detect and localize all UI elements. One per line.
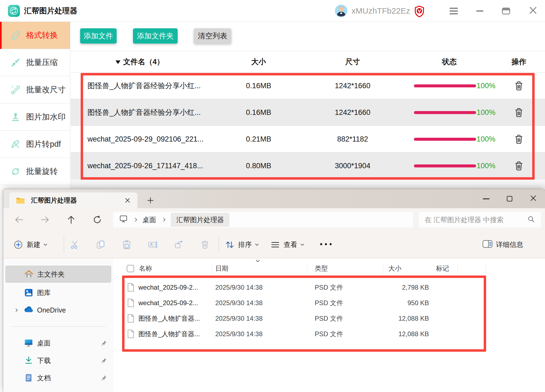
chevron-right-icon[interactable]: [14, 308, 18, 312]
column-name[interactable]: 名称: [139, 262, 152, 275]
sidebar-item-batch-compress[interactable]: 批量压缩: [0, 49, 70, 76]
breadcrumb-current-folder[interactable]: 汇帮图片处理器: [171, 213, 229, 227]
sidebar-item-desktop[interactable]: 桌面: [5, 335, 111, 351]
table-row[interactable]: wechat_2025-09-29_092106_221... 0.21MB 8…: [71, 126, 545, 152]
file-name: 图怪兽_人物扩音器...: [138, 326, 200, 342]
new-tab-icon[interactable]: [146, 196, 155, 204]
address-bar[interactable]: 桌面 汇帮图片处理器: [113, 212, 413, 228]
file-size: 0.16MB: [246, 99, 271, 126]
progress-bar: [414, 111, 476, 114]
back-icon[interactable]: [14, 215, 24, 225]
sidebar-item-gallery[interactable]: 图库: [5, 285, 111, 301]
file-row[interactable]: 图怪兽_人物扩音器... 2025/9/30 14:38 PSD 文件 12,0…: [113, 311, 489, 326]
delete-button[interactable]: [200, 231, 210, 258]
forward-icon[interactable]: [40, 215, 50, 225]
column-type[interactable]: 类型: [315, 262, 328, 275]
tab-close-icon[interactable]: [124, 197, 131, 204]
avatar[interactable]: [335, 4, 348, 17]
file-icon: [127, 314, 134, 323]
table-row[interactable]: 图怪兽_人物扩音器经验分享小红... 0.16MB 1242*1660 100%: [71, 99, 545, 126]
cut-button[interactable]: [69, 231, 80, 258]
add-file-button[interactable]: 添加文件: [80, 28, 117, 44]
breadcrumb-desktop[interactable]: 桌面: [143, 215, 156, 224]
file-type: PSD 文件: [315, 326, 343, 342]
sort-button[interactable]: 排序: [225, 231, 258, 258]
file-date: 2025/9/30 14:38: [215, 326, 263, 342]
sidebar-item-downloads[interactable]: 下载: [5, 353, 111, 368]
column-status[interactable]: 状态: [442, 51, 457, 72]
refresh-icon[interactable]: [92, 215, 102, 225]
explorer-maximize-button[interactable]: [507, 196, 512, 201]
downloads-icon: [24, 356, 33, 365]
sidebar-item-image-to-pdf[interactable]: 图片转pdf: [0, 131, 70, 158]
app-maximize-button[interactable]: [502, 8, 510, 14]
pin-icon: [100, 340, 107, 346]
explorer-sidebar: 主文件夹 图库 OneDrive: [3, 258, 113, 392]
file-row[interactable]: 图怪兽_人物扩音器... 2025/9/30 14:38 PSD 文件 12,0…: [113, 326, 489, 342]
sidebar-item-batch-resize[interactable]: 批量改尺寸: [0, 76, 70, 103]
progress-percent: 100%: [477, 72, 495, 99]
file-row[interactable]: wechat_2025-09-2... 2025/9/30 14:38 PSD …: [113, 295, 489, 311]
paste-button[interactable]: [122, 231, 132, 258]
sidebar-item-batch-rotate[interactable]: 批量旋转: [0, 158, 70, 185]
chevron-down-icon: [255, 242, 259, 246]
app-close-button[interactable]: [529, 6, 537, 16]
tab-title: 汇帮图片处理器: [31, 196, 77, 205]
file-size: 12,088 KB: [374, 326, 429, 342]
column-dimensions[interactable]: 尺寸: [345, 51, 360, 72]
trash-button[interactable]: [515, 108, 523, 117]
user-account[interactable]: xMUzhTFb22Ez: [335, 0, 425, 22]
vip-badge-icon[interactable]: [414, 5, 425, 17]
column-tags[interactable]: 标记: [436, 262, 449, 275]
batch-rotate-icon: [10, 166, 21, 177]
file-icon: [127, 330, 134, 338]
sidebar-item-documents[interactable]: 文档: [5, 370, 111, 386]
sidebar-item-home[interactable]: 主文件夹: [5, 266, 111, 283]
batch-compress-icon: [10, 57, 21, 68]
table-row[interactable]: 图怪兽_人物扩音器经验分享小红... 0.16MB 1242*1660 100%: [71, 72, 545, 99]
menu-icon[interactable]: [450, 8, 458, 14]
rename-button[interactable]: [148, 231, 158, 258]
sidebar-item-format-convert[interactable]: 格式转换: [0, 22, 70, 49]
file-type: PSD 文件: [315, 280, 343, 295]
column-date[interactable]: 日期: [215, 262, 228, 275]
explorer-minimize-button[interactable]: [483, 198, 489, 199]
file-size: 2,798 KB: [374, 280, 429, 295]
gallery-icon: [24, 288, 33, 297]
app-minimize-button[interactable]: [476, 10, 483, 12]
more-options-button[interactable]: [319, 231, 333, 258]
monitor-icon[interactable]: [119, 215, 128, 225]
search-icon[interactable]: [527, 215, 535, 224]
explorer-close-button[interactable]: [530, 195, 537, 203]
file-date: 2025/9/30 14:38: [215, 280, 263, 295]
select-all-checkbox[interactable]: [127, 265, 134, 272]
new-button[interactable]: 新建: [13, 231, 46, 258]
view-button[interactable]: 查看: [270, 231, 303, 258]
column-filename[interactable]: 文件名（4）: [116, 51, 164, 72]
file-row[interactable]: wechat_2025-09-2... 2025/9/30 14:38 PSD …: [113, 280, 489, 295]
pin-icon: [100, 375, 107, 381]
clear-list-button[interactable]: 清空列表: [194, 28, 231, 44]
details-pane-button[interactable]: 详细信息: [482, 231, 523, 258]
search-input[interactable]: 在 汇帮图片处理器 中搜索: [419, 212, 541, 228]
column-size[interactable]: 大小: [251, 51, 266, 72]
table-row[interactable]: wechat_2025-09-26_171147_418... 0.80MB 3…: [71, 152, 545, 179]
sidebar-item-watermark[interactable]: 图片加水印: [0, 103, 70, 131]
explorer-window-controls: [483, 189, 537, 208]
explorer-tabbar: 汇帮图片处理器: [3, 189, 545, 208]
breadcrumb-chevron-icon: [162, 218, 165, 222]
file-name: 图怪兽_人物扩音器经验分享小红...: [87, 72, 201, 99]
explorer-tab[interactable]: 汇帮图片处理器: [9, 192, 137, 208]
documents-icon: [24, 373, 33, 382]
add-folder-button[interactable]: 添加文件夹: [133, 28, 178, 44]
trash-button[interactable]: [515, 81, 523, 91]
column-size[interactable]: 大小: [388, 262, 401, 275]
trash-button[interactable]: [515, 161, 523, 171]
trash-button[interactable]: [515, 135, 523, 144]
sidebar-divider: [11, 326, 105, 327]
sidebar-item-onedrive[interactable]: OneDrive: [5, 302, 111, 318]
file-dimensions: 3000*1904: [335, 152, 371, 179]
up-icon[interactable]: [66, 215, 76, 225]
copy-button[interactable]: [96, 231, 106, 258]
share-button[interactable]: [174, 231, 184, 258]
